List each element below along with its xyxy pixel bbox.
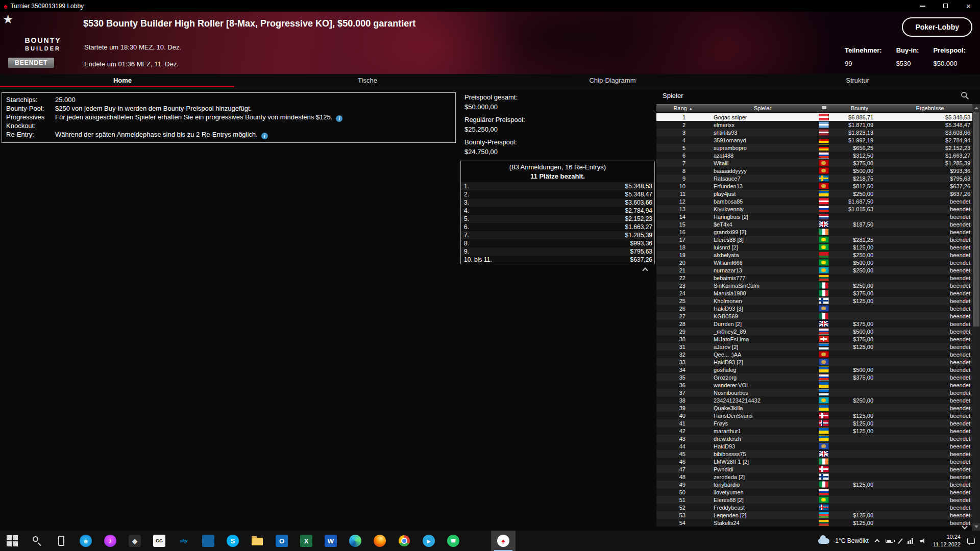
player-row[interactable]: 31aJarov [2]$125,00beendet <box>656 343 972 350</box>
player-row[interactable]: 12bambosa85$1.687,50beendet <box>656 197 972 205</box>
edge-app[interactable] <box>343 531 368 551</box>
player-row[interactable]: 28Durrden [2]$375,00beendet <box>656 320 972 328</box>
player-row[interactable]: 51Eleres88 [2]beendet <box>656 496 972 504</box>
telegram-app[interactable]: ▸ <box>416 531 441 551</box>
player-row[interactable]: 47Pwndidibeendet <box>656 465 972 473</box>
player-row[interactable]: 41Frøys$125,00beendet <box>656 419 972 427</box>
column-rank[interactable]: Rang ▲ <box>656 105 709 112</box>
player-row[interactable]: 36wanderer.VOLbeendet <box>656 381 972 389</box>
your-phone-app[interactable] <box>49 531 74 551</box>
player-row[interactable]: 2elmerixx$1.871,09$5.348,47 <box>656 121 972 129</box>
word-app[interactable]: W <box>318 531 343 551</box>
player-row[interactable]: 19alxbelyata$250,00beendet <box>656 251 972 259</box>
ggpoker-app[interactable]: GG <box>147 531 172 551</box>
player-row[interactable]: 43drew.derzhbeendet <box>656 435 972 442</box>
player-row[interactable]: 34goshaleg$500,00beendet <box>656 366 972 373</box>
blue-app[interactable] <box>196 531 220 551</box>
player-row[interactable]: 46LMW28IF1 [2]beendet <box>656 458 972 465</box>
tab-home[interactable]: Home <box>0 74 245 87</box>
poker-lobby-button[interactable]: Poker-Lobby <box>902 17 972 37</box>
player-row[interactable]: 1Gogac sniper$6.886,71$5.348,53 <box>656 113 972 121</box>
close-button[interactable]: × <box>957 0 980 12</box>
file-explorer[interactable] <box>245 531 270 551</box>
player-row[interactable]: 10Erfunden13$812,50$637,26 <box>656 182 972 190</box>
maximize-button[interactable] <box>934 0 957 12</box>
player-row[interactable]: 20WilliamI666$500,00beendet <box>656 259 972 266</box>
scrollbar-up-arrow[interactable] <box>972 104 980 112</box>
player-row[interactable]: 18luisnrd [2]$125,00beendet <box>656 243 972 251</box>
player-row[interactable]: 15$eT4x4$187,50beendet <box>656 220 972 228</box>
search-button[interactable] <box>24 531 49 551</box>
firefox-app[interactable] <box>368 531 392 551</box>
volume-icon[interactable] <box>920 538 926 544</box>
tab-chip-diagramm[interactable]: Chip-Diagramm <box>490 74 735 87</box>
column-player[interactable]: Spieler <box>709 105 816 112</box>
player-row[interactable]: 39Quake3killabeendet <box>656 404 972 412</box>
player-row[interactable]: 5suprambopro$656,25$2.152,23 <box>656 144 972 152</box>
player-row[interactable]: 49tonybardio$125,00beendet <box>656 481 972 488</box>
player-row[interactable]: 24Marusia1980$375,00beendet <box>656 289 972 297</box>
player-row[interactable]: 53Leqenden [2]$125,00beendet <box>656 511 972 519</box>
tab-tische[interactable]: Tische <box>245 74 490 87</box>
sky-app[interactable]: sky <box>172 531 196 551</box>
battery-icon[interactable] <box>886 539 893 543</box>
player-row[interactable]: 45bibibossss75beendet <box>656 450 972 458</box>
scrollbar-thumb[interactable] <box>973 112 979 327</box>
excel-app[interactable]: X <box>294 531 318 551</box>
edge-legacy-app[interactable]: e <box>74 531 98 551</box>
player-row[interactable]: 54Stakelis24$125,00beendet <box>656 519 972 527</box>
whatsapp-app[interactable]: ☎ <box>441 531 465 551</box>
player-row[interactable]: 22bebaimis777beendet <box>656 274 972 282</box>
player-row[interactable]: 13Klyukvenniy$1.015,63beendet <box>656 205 972 213</box>
player-row[interactable]: 50ilovetyumenbeendet <box>656 488 972 496</box>
player-row[interactable]: 17Eleres88 [3]$281,25beendet <box>656 236 972 243</box>
search-icon[interactable] <box>961 91 969 100</box>
info-icon[interactable]: i <box>336 115 342 122</box>
column-flag[interactable] <box>816 105 831 112</box>
player-row[interactable]: 48zerodeda [2]beendet <box>656 473 972 481</box>
player-row[interactable]: 6azat488$312,50$1.663,27 <box>656 152 972 159</box>
player-row[interactable]: 14Haringbuis [2]beendet <box>656 213 972 220</box>
player-row[interactable]: 25Kholmonen$125,00beendet <box>656 297 972 305</box>
player-row[interactable]: 8baaaaddyyyy$500,00$993,36 <box>656 167 972 174</box>
player-row[interactable]: 21nurnazar13$250,00beendet <box>656 266 972 274</box>
column-bounty[interactable]: Bounty <box>831 105 888 112</box>
tab-struktur[interactable]: Struktur <box>735 74 980 87</box>
player-row[interactable]: 33HakiD93 [2]beendet <box>656 358 972 366</box>
hidden-icons-chevron[interactable] <box>874 539 879 544</box>
player-row[interactable]: 37Nosnibourbosbeendet <box>656 389 972 396</box>
itunes-app[interactable]: ♪ <box>98 531 122 551</box>
players-scrollbar[interactable] <box>972 104 980 531</box>
player-row[interactable]: 52Freddybeastbeendet <box>656 504 972 511</box>
player-row[interactable]: 9Ratsauce7$218,75$795,63 <box>656 174 972 182</box>
column-result[interactable]: Ergebnisse <box>888 105 972 112</box>
outlook-app[interactable]: O <box>270 531 294 551</box>
player-row[interactable]: 30MiJatoEsLima$375,00beendet <box>656 335 972 343</box>
pen-icon[interactable] <box>898 538 903 543</box>
notifications-icon[interactable] <box>967 538 975 544</box>
player-row[interactable]: 23SinKarmaSinCalm$250,00beendet <box>656 282 972 289</box>
player-row[interactable]: 44HakiD93beendet <box>656 442 972 450</box>
player-row[interactable]: 29_m0ney2_89$500,00beendet <box>656 328 972 335</box>
weather-widget[interactable]: -1°C Bewölkt <box>818 537 869 544</box>
minimize-button[interactable] <box>911 0 934 12</box>
player-row[interactable]: 38234241234214432$250,00beendet <box>656 396 972 404</box>
scrollbar-down-arrow[interactable] <box>972 523 980 531</box>
network-icon[interactable] <box>908 538 913 544</box>
player-row[interactable]: 32Qee... :)AAbeendet <box>656 350 972 358</box>
pokerstars-app[interactable]: ♠ <box>491 531 516 551</box>
player-row[interactable]: 3shtirlits93$1.828,13$3.603,66 <box>656 129 972 136</box>
player-row[interactable]: 42mararthur1$125,00beendet <box>656 427 972 435</box>
payout-scroll-up-indicator[interactable] <box>642 267 648 273</box>
player-row[interactable]: 43591omanyd$1.992,19$2.784,94 <box>656 136 972 144</box>
player-row[interactable]: 26HakiD93 [3]beendet <box>656 305 972 312</box>
player-row[interactable]: 7Witalii$375,00$1.285,39 <box>656 159 972 167</box>
player-row[interactable]: 27KGB0569beendet <box>656 312 972 320</box>
skype-app[interactable]: S <box>220 531 245 551</box>
chrome-app[interactable] <box>392 531 416 551</box>
dark-diamond-app[interactable]: ◆ <box>122 531 147 551</box>
player-row[interactable]: 16grandxi99 [2]beendet <box>656 228 972 236</box>
player-row[interactable]: 40HansDenSvans$125,00beendet <box>656 412 972 419</box>
clock[interactable]: 10:24 11.12.2022 <box>933 533 961 548</box>
player-row[interactable]: 11play4just$250,00$637,26 <box>656 190 972 197</box>
